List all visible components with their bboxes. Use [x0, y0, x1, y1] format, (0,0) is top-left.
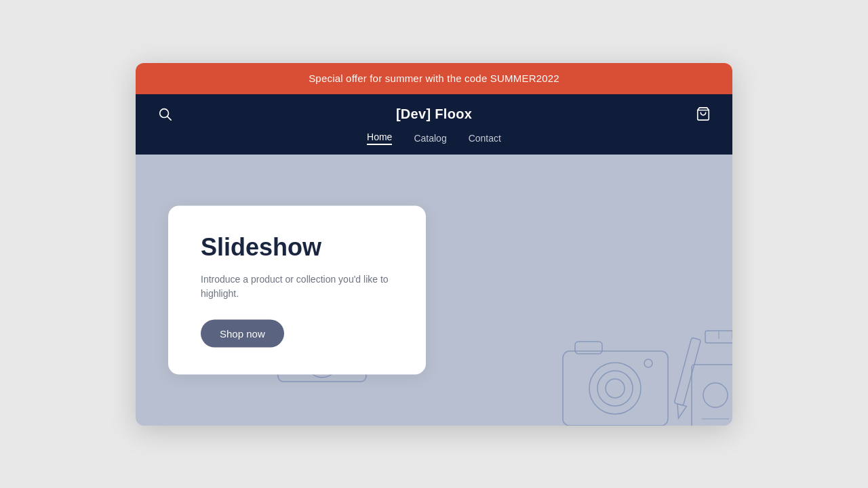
cart-icon: [696, 106, 711, 121]
browser-window: Special offer for summer with the code S…: [136, 63, 732, 426]
main-nav: Home Catalog Contact: [157, 131, 711, 155]
search-icon: [157, 106, 172, 121]
announcement-bar: Special offer for summer with the code S…: [136, 63, 732, 94]
nav-catalog[interactable]: Catalog: [414, 133, 446, 144]
shop-now-button[interactable]: Shop now: [201, 319, 284, 347]
cart-button[interactable]: [696, 106, 711, 121]
site-title: [Dev] Floox: [396, 106, 472, 122]
announcement-text: Special offer for summer with the code S…: [309, 73, 559, 84]
header: [Dev] Floox Home Catalog Contact: [136, 94, 732, 155]
svg-point-15: [597, 371, 633, 406]
svg-line-1: [167, 117, 171, 120]
header-top: [Dev] Floox: [157, 94, 711, 131]
slideshow-title: Slideshow: [201, 232, 393, 261]
slideshow-description: Introduce a product or collection you'd …: [201, 272, 393, 300]
svg-point-16: [606, 379, 625, 398]
search-button[interactable]: [157, 106, 172, 121]
svg-rect-28: [692, 365, 732, 426]
svg-rect-19: [674, 338, 701, 405]
svg-rect-17: [575, 342, 602, 354]
slideshow-card: Slideshow Introduce a product or collect…: [168, 205, 426, 374]
svg-point-18: [644, 359, 652, 367]
hero-section: Slideshow Introduce a product or collect…: [136, 155, 732, 426]
nav-home[interactable]: Home: [367, 131, 392, 145]
svg-marker-20: [674, 403, 687, 419]
svg-point-29: [703, 383, 728, 407]
nav-contact[interactable]: Contact: [469, 133, 501, 144]
